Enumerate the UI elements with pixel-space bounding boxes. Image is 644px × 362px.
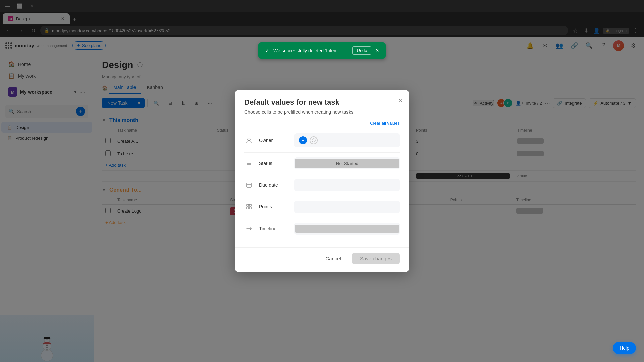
modal-row-points: Points <box>244 196 400 218</box>
timeline-field-label: Timeline <box>259 226 289 231</box>
toast-close-button[interactable]: × <box>375 47 379 54</box>
toast-notification: ✓ We successfully deleted 1 item Undo × <box>258 42 386 59</box>
status-field-value[interactable]: Not Started <box>294 157 400 169</box>
owner-field-value[interactable]: + <box>294 133 400 147</box>
status-field-icon <box>244 160 254 166</box>
modal-title: Default values for new task <box>244 98 400 107</box>
cursor-icon <box>310 136 318 144</box>
modal: Default values for new task Choose cells… <box>235 90 409 272</box>
modal-row-timeline: Timeline — <box>244 218 400 239</box>
modal-subtitle: Choose cells to be prefilled when creati… <box>244 109 400 115</box>
not-started-badge[interactable]: Not Started <box>295 159 399 168</box>
help-button[interactable]: Help <box>613 342 636 354</box>
points-field-value[interactable] <box>294 201 400 213</box>
svg-point-11 <box>248 138 250 141</box>
timeline-dash-icon: — <box>344 226 350 232</box>
toast-message: We successfully deleted 1 item <box>273 48 348 53</box>
toast-undo-button[interactable]: Undo <box>352 46 371 55</box>
points-field-icon <box>244 204 254 210</box>
due-date-field-label: Due date <box>259 182 289 188</box>
points-field-label: Points <box>259 204 289 209</box>
modal-row-owner: Owner + <box>244 129 400 153</box>
svg-rect-22 <box>247 207 249 209</box>
timeline-bar[interactable]: — <box>295 225 399 233</box>
clear-all-values-button[interactable]: Clear all values <box>370 121 400 126</box>
save-changes-button[interactable]: Save changes <box>352 253 400 264</box>
due-date-field-value[interactable] <box>294 179 400 191</box>
modal-close-button[interactable]: × <box>398 97 402 104</box>
add-owner-icon[interactable]: + <box>299 136 307 144</box>
timeline-field-icon <box>244 226 254 232</box>
svg-rect-20 <box>247 204 249 206</box>
modal-header: Default values for new task Choose cells… <box>235 90 409 120</box>
svg-point-12 <box>312 139 315 142</box>
modal-row-status: Status Not Started <box>244 153 400 174</box>
modal-footer: Cancel Save changes <box>235 247 409 272</box>
due-date-field-icon <box>244 182 254 188</box>
svg-rect-16 <box>247 183 251 187</box>
timeline-field-value[interactable]: — <box>294 223 400 235</box>
status-field-label: Status <box>259 161 289 166</box>
modal-row-due-date: Due date <box>244 174 400 196</box>
svg-rect-21 <box>249 204 251 206</box>
modal-body: Owner + <box>235 126 409 247</box>
cancel-button[interactable]: Cancel <box>319 253 348 264</box>
svg-rect-23 <box>249 207 251 209</box>
owner-field-icon <box>244 137 254 143</box>
owner-field-label: Owner <box>259 138 289 143</box>
toast-check-icon: ✓ <box>265 47 269 54</box>
